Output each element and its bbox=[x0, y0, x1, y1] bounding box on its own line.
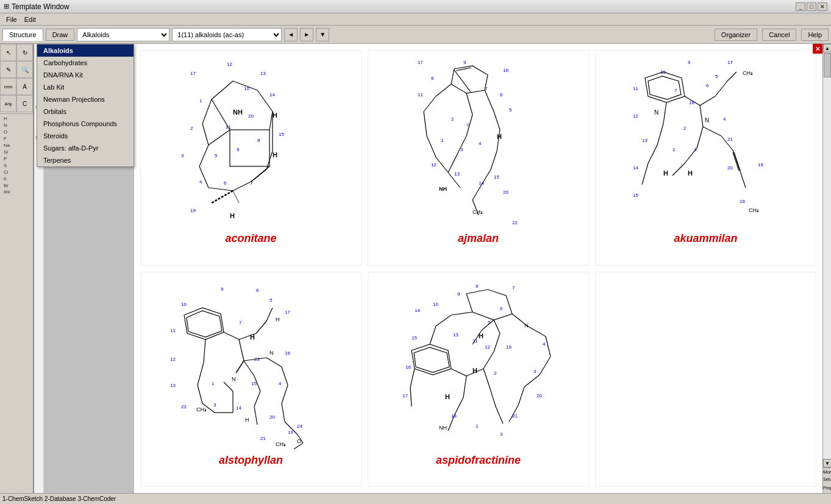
select-tool[interactable]: ↖ bbox=[0, 44, 16, 61]
compound-empty bbox=[595, 272, 816, 488]
scroll-track[interactable] bbox=[823, 52, 831, 459]
aconitane-structure: 17 12 13 1 10 14 2 11 NH 20 3 5 9 8 H H … bbox=[178, 57, 324, 227]
rotate-tool[interactable]: ↻ bbox=[16, 44, 33, 61]
menu-newman-projections[interactable]: Newman Projections bbox=[37, 93, 134, 105]
scroll-down-button[interactable]: ▼ bbox=[823, 459, 831, 467]
more-button[interactable]: More... bbox=[823, 467, 831, 476]
menu-alkaloids[interactable]: Alkaloids bbox=[37, 44, 134, 57]
element-Na[interactable]: Na bbox=[1, 142, 32, 149]
tab-structure[interactable]: Structure bbox=[2, 29, 43, 41]
svg-line-170 bbox=[254, 406, 257, 425]
svg-text:H: H bbox=[230, 212, 235, 219]
maximize-button[interactable]: □ bbox=[807, 2, 816, 11]
toolbar-right: Organizer Cancel Help bbox=[715, 29, 829, 41]
menu-sugars[interactable]: Sugars: alfa-D-Pyr bbox=[37, 142, 134, 154]
svg-line-165 bbox=[266, 308, 273, 321]
ring-tool[interactable]: C bbox=[16, 95, 33, 112]
element-H[interactable]: H bbox=[1, 115, 32, 122]
svg-text:14: 14 bbox=[415, 308, 420, 313]
svg-text:CH₃: CH₃ bbox=[743, 70, 753, 76]
compound-aspidofractinine[interactable]: 8 7 9 6 14 10 5 N 15 13 11 12 19 4 16 H … bbox=[368, 272, 589, 488]
prev-button[interactable]: ◄ bbox=[284, 28, 298, 41]
svg-text:3: 3 bbox=[500, 431, 503, 437]
menu-dna-rna-kit[interactable]: DNA/RNA Kit bbox=[37, 69, 134, 81]
aspidofractinine-name: aspidofractinine bbox=[436, 454, 521, 467]
svg-text:H: H bbox=[445, 393, 450, 400]
svg-text:11: 11 bbox=[633, 86, 638, 91]
element-Cl[interactable]: Cl bbox=[1, 169, 32, 176]
svg-text:22: 22 bbox=[512, 220, 518, 225]
compound-dropdown[interactable]: 1(11) alkaloids (ac-as) bbox=[172, 28, 282, 41]
menu-file[interactable]: File bbox=[2, 15, 21, 24]
bond-tool[interactable]: Any bbox=[0, 95, 16, 112]
properties-button[interactable]: Properties bbox=[823, 484, 831, 493]
menu-edit[interactable]: Edit bbox=[21, 15, 40, 24]
element-Br[interactable]: Br bbox=[1, 182, 32, 189]
svg-line-124 bbox=[642, 163, 648, 185]
svg-line-162 bbox=[224, 332, 239, 339]
tab-draw[interactable]: Draw bbox=[46, 29, 75, 41]
svg-line-216 bbox=[546, 336, 551, 357]
element-N[interactable]: N bbox=[1, 122, 32, 129]
element-F[interactable]: F bbox=[1, 135, 32, 142]
svg-text:13: 13 bbox=[454, 171, 460, 177]
help-button[interactable]: Help bbox=[801, 29, 829, 41]
svg-text:21: 21 bbox=[418, 226, 423, 227]
svg-text:CH₃: CH₃ bbox=[749, 207, 759, 213]
menu-steroids[interactable]: Steroids bbox=[37, 130, 134, 142]
svg-line-38 bbox=[269, 112, 273, 130]
title-bar-controls: _ □ ✕ bbox=[796, 2, 827, 11]
svg-text:14: 14 bbox=[269, 92, 275, 98]
svg-text:4: 4 bbox=[279, 381, 282, 386]
setup-rss-button[interactable]: Setup RSS bbox=[823, 476, 831, 484]
svg-line-22 bbox=[212, 81, 233, 99]
eraser-tool[interactable]: ✎ bbox=[0, 61, 16, 78]
element-Si[interactable]: Si bbox=[1, 149, 32, 155]
scroll-up-button[interactable]: ▲ bbox=[823, 44, 831, 52]
svg-line-215 bbox=[527, 326, 546, 336]
svg-line-121 bbox=[663, 102, 666, 124]
element-O[interactable]: O bbox=[1, 129, 32, 135]
cancel-button[interactable]: Cancel bbox=[762, 29, 796, 41]
menu-lab-kit[interactable]: Lab Kit bbox=[37, 81, 134, 93]
svg-text:6: 6 bbox=[256, 288, 259, 293]
svg-text:17: 17 bbox=[418, 60, 423, 65]
element-S[interactable]: S bbox=[1, 162, 32, 169]
atom-tool[interactable]: A bbox=[16, 78, 33, 95]
svg-line-235 bbox=[490, 387, 496, 406]
svg-text:2: 2 bbox=[451, 116, 454, 122]
close-button[interactable]: ✕ bbox=[818, 2, 827, 11]
panel-close-button[interactable]: ✕ bbox=[813, 44, 822, 54]
menu-orbitals[interactable]: Orbitals bbox=[37, 105, 134, 118]
organizer-button[interactable]: Organizer bbox=[715, 29, 757, 41]
svg-line-240 bbox=[410, 387, 412, 406]
svg-text:NH: NH bbox=[439, 186, 447, 192]
element-abc[interactable]: abc bbox=[1, 189, 32, 194]
compound-ajmalan[interactable]: 17 9 16 8 7 6 5 11 2 7 1 3 4 H 12 13 NH … bbox=[368, 50, 589, 266]
element-P[interactable]: P bbox=[1, 155, 32, 162]
menu-phosphorus-compounds[interactable]: Phosphorus Compounds bbox=[37, 118, 134, 130]
element-K[interactable]: K bbox=[1, 176, 32, 182]
svg-line-167 bbox=[244, 361, 254, 376]
compound-akuammilan[interactable]: 17 9 CH₃ 10 5 6 11 7 16 12 N 2 N 4 13 1 … bbox=[595, 50, 816, 266]
akuammilan-name: akuammilan bbox=[674, 232, 737, 245]
menu-carbohydrates[interactable]: Carbohydrates bbox=[37, 57, 134, 69]
compound-alstophyllan[interactable]: 9 10 6 5 H 17 11 7 H 12 23 N 16 13 1 N 1… bbox=[140, 272, 362, 488]
menu-terpenes[interactable]: Terpenes bbox=[37, 154, 134, 166]
svg-text:5: 5 bbox=[509, 107, 512, 113]
zoom-tool[interactable]: 🔍 bbox=[16, 61, 33, 78]
svg-text:H: H bbox=[273, 112, 277, 119]
svg-line-217 bbox=[540, 357, 551, 375]
svg-line-236 bbox=[496, 406, 503, 424]
scroll-thumb[interactable] bbox=[824, 53, 831, 77]
svg-text:24: 24 bbox=[297, 424, 302, 429]
menu-button[interactable]: ▼ bbox=[316, 28, 329, 41]
ruler-tool[interactable]: mm bbox=[0, 78, 16, 95]
minimize-button[interactable]: _ bbox=[796, 2, 805, 11]
category-dropdown[interactable]: Alkaloids Carbohydrates DNA/RNA Kit Lab … bbox=[77, 28, 169, 41]
svg-text:H: H bbox=[663, 169, 668, 177]
svg-text:8: 8 bbox=[476, 283, 479, 289]
svg-text:11: 11 bbox=[170, 328, 176, 333]
compound-aconitane[interactable]: 17 12 13 1 10 14 2 11 NH 20 3 5 9 8 H H … bbox=[140, 50, 362, 266]
next-button[interactable]: ► bbox=[300, 28, 313, 41]
